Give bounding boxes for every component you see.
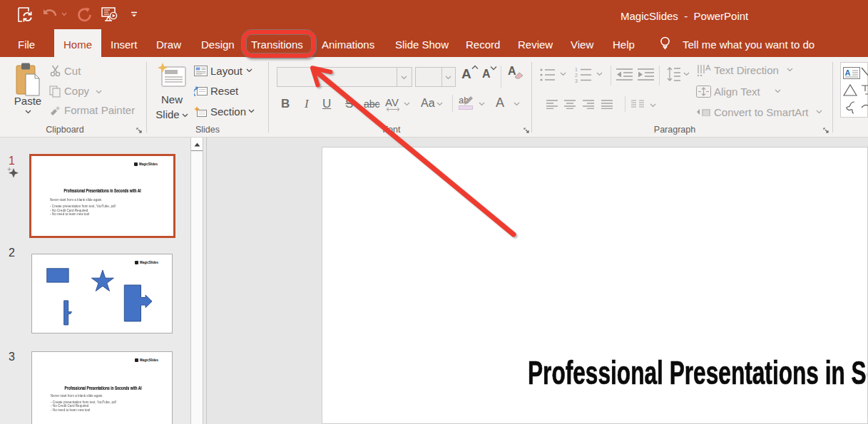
svg-text:3: 3 — [575, 78, 578, 83]
svg-text:1: 1 — [575, 67, 578, 72]
svg-text:A: A — [705, 63, 711, 72]
svg-text:2: 2 — [575, 73, 578, 78]
svg-text:A: A — [845, 68, 851, 77]
